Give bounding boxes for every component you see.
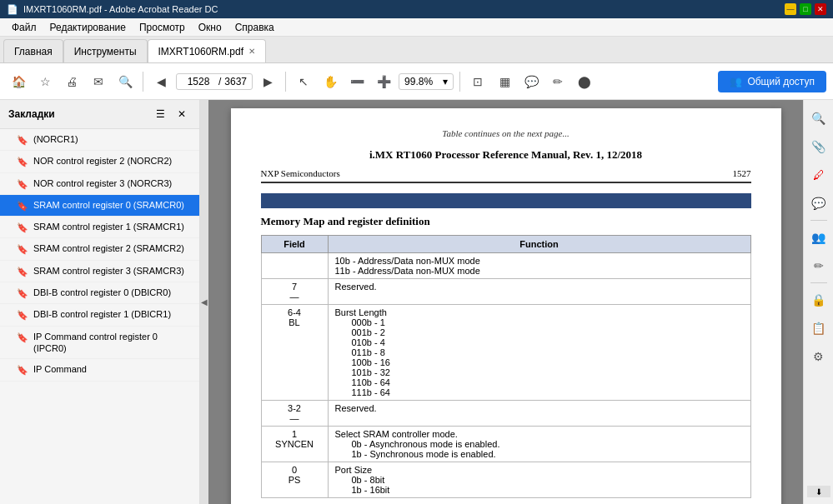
right-stamp-button[interactable]: 📋 <box>807 317 830 340</box>
bookmark-icon: 🔖 <box>17 287 28 299</box>
bookmark-item-dbicr1[interactable]: 🔖DBI-B control register 1 (DBICR1) <box>0 304 199 326</box>
sidebar-close-button[interactable]: ✕ <box>173 105 191 123</box>
right-share-button[interactable]: 👥 <box>807 226 830 249</box>
zoom-dropdown-icon[interactable]: ▾ <box>443 76 448 87</box>
share-button[interactable]: 👥 Общий доступ <box>718 71 826 92</box>
bookmark-item-norcr1[interactable]: 🔖(NORCR1) <box>0 129 199 151</box>
right-search-button[interactable]: 🔍 <box>807 107 830 130</box>
bookmark-item-sramcr0[interactable]: 🔖SRAM control register 0 (SRAMCR0) <box>0 195 199 217</box>
tab-close-icon[interactable]: ✕ <box>248 47 255 56</box>
tab-home[interactable]: Главная <box>3 39 63 62</box>
content-area[interactable]: Table continues on the next page... i.MX… <box>208 100 803 504</box>
right-settings-button[interactable]: ⚙ <box>807 345 830 368</box>
publisher: NXP Semiconductors <box>261 168 340 178</box>
table-row: 1SYNCEN Select SRAM controller mode. 0b … <box>261 427 750 462</box>
print-button[interactable]: 🖨 <box>60 70 83 93</box>
close-button[interactable]: ✕ <box>815 3 826 15</box>
bookmark-label: DBI-B control register 1 (DBICR1) <box>33 308 191 320</box>
bookmarks-list: 🔖(NORCR1)🔖NOR control register 2 (NORCR2… <box>0 129 199 504</box>
bookmark-label: SRAM control register 0 (SRAMCR0) <box>33 199 191 211</box>
bookmark-item-dbicr0[interactable]: 🔖DBI-B control register 0 (DBICR0) <box>0 282 199 304</box>
table-continues-note: Table continues on the next page... <box>261 128 751 138</box>
toolbar: 🏠 ☆ 🖨 ✉ 🔍 ◀ / 3637 ▶ ↖ ✋ ➖ ➕ ▾ ⊡ ▦ 💬 ✏ ⬤… <box>0 63 833 100</box>
tab-doc[interactable]: IMXRT1060RM.pdf ✕ <box>148 39 267 62</box>
table-header-function: Function <box>328 236 750 253</box>
right-expand-button[interactable]: ⬇ <box>807 486 830 497</box>
bookmark-item-ipcr0[interactable]: 🔖IP Command control register 0 (IPCR0) <box>0 327 199 360</box>
table-cell-function: 10b - Address/Data non-MUX mode 11b - Ad… <box>328 253 750 279</box>
page-nav: / 3637 <box>176 73 253 90</box>
share2-button[interactable]: ⬤ <box>573 70 596 93</box>
bookmark-label: NOR control register 3 (NORCR3) <box>33 177 191 189</box>
bookmark-item-sramcr1[interactable]: 🔖SRAM control register 1 (SRAMCR1) <box>0 217 199 238</box>
pdf-page: Table continues on the next page... i.MX… <box>231 108 781 504</box>
zoom-control: ▾ <box>399 73 454 90</box>
home-button[interactable]: 🏠 <box>7 70 30 93</box>
sidebar: Закладки ☰ ✕ 🔖(NORCR1)🔖NOR control regis… <box>0 100 200 504</box>
bookmark-icon: 🔖 <box>17 332 28 343</box>
right-pen-button[interactable]: ✏ <box>807 254 830 277</box>
menu-file[interactable]: Файл <box>5 20 43 35</box>
zoom-input[interactable] <box>404 76 441 87</box>
maximize-button[interactable]: □ <box>800 3 811 15</box>
minimize-button[interactable]: — <box>785 3 796 15</box>
tab-tools[interactable]: Инструменты <box>63 39 148 62</box>
toolbar-sep-3 <box>459 72 460 92</box>
bookmark-icon: 🔖 <box>17 200 28 212</box>
comment-button[interactable]: 💬 <box>519 70 543 93</box>
toolbar-sep-1 <box>143 72 143 92</box>
share-icon: 👥 <box>730 76 742 87</box>
menu-window[interactable]: Окно <box>192 20 228 35</box>
right-panel: 🔍 📎 🖊 💬 👥 ✏ 🔒 📋 ⚙ ⬇ <box>803 100 833 504</box>
collapse-handle[interactable]: ◀ <box>200 100 208 504</box>
bookmark-label: DBI-B control register 0 (DBICR0) <box>33 287 191 298</box>
bookmark-label: SRAM control register 3 (SRAMCR3) <box>33 265 191 277</box>
table-cell-field: 0PS <box>261 462 328 498</box>
next-page-button[interactable]: ▶ <box>256 70 279 93</box>
bookmark-icon: 🔖 <box>17 266 28 277</box>
bookmark-item-sramcr3[interactable]: 🔖SRAM control register 3 (SRAMCR3) <box>0 261 199 282</box>
table-cell-function: Reserved. <box>328 401 750 427</box>
window-title: IMXRT1060RM.pdf - Adobe Acrobat Reader D… <box>23 4 218 14</box>
app-icon: 📄 <box>7 4 18 15</box>
table-row: 7— Reserved. <box>261 279 750 305</box>
fit2-button[interactable]: ▦ <box>493 70 516 93</box>
cursor-button[interactable]: ↖ <box>292 70 315 93</box>
prev-page-button[interactable]: ◀ <box>149 70 173 93</box>
bookmark-item-ipcmd[interactable]: 🔖IP Command <box>0 359 199 381</box>
bookmark-icon: 🔖 <box>17 243 28 255</box>
bookmark-item-norcr3[interactable]: 🔖NOR control register 3 (NORCR3) <box>0 173 199 195</box>
bookmark-label: (NORCR1) <box>33 133 191 145</box>
menu-view[interactable]: Просмотр <box>133 20 192 35</box>
menu-edit[interactable]: Редактирование <box>43 20 133 35</box>
right-comment-button[interactable]: 💬 <box>807 192 830 215</box>
pen-button[interactable]: ✏ <box>546 70 570 93</box>
table-row: 10b - Address/Data non-MUX mode 11b - Ad… <box>261 253 750 279</box>
email-button[interactable]: ✉ <box>87 70 110 93</box>
right-attach-button[interactable]: 📎 <box>807 135 830 158</box>
sidebar-options-button[interactable]: ☰ <box>151 105 169 123</box>
hand-button[interactable]: ✋ <box>319 70 342 93</box>
table-cell-function: Port Size 0b - 8bit 1b - 16bit <box>328 462 750 498</box>
table-cell-field: 7— <box>261 279 328 305</box>
table-row: 6-4BL Burst Length 000b - 1 001b - 2 010… <box>261 305 750 401</box>
search-button[interactable]: 🔍 <box>113 70 137 93</box>
zoom-out-button[interactable]: ➖ <box>345 70 369 93</box>
page-input[interactable] <box>182 76 215 87</box>
table-cell-function: Burst Length 000b - 1 001b - 2 010b - 4 … <box>328 305 750 401</box>
menu-help[interactable]: Справка <box>228 20 281 35</box>
bookmark-item-norcr2[interactable]: 🔖NOR control register 2 (NORCR2) <box>0 151 199 172</box>
right-color-button[interactable]: 🖊 <box>807 163 830 187</box>
zoom-in-button[interactable]: ➕ <box>372 70 395 93</box>
fit-button[interactable]: ⊡ <box>466 70 489 93</box>
bookmark-icon: 🔖 <box>17 178 28 190</box>
sidebar-title: Закладки <box>8 108 55 120</box>
bookmark-button[interactable]: ☆ <box>33 70 57 93</box>
right-sep-1 <box>810 220 827 221</box>
collapse-icon: ◀ <box>201 297 208 307</box>
right-lock-button[interactable]: 🔒 <box>807 288 830 312</box>
bookmark-label: NOR control register 2 (NORCR2) <box>33 155 191 167</box>
page-sep: / <box>218 76 221 87</box>
share-label: Общий доступ <box>747 76 815 87</box>
bookmark-item-sramcr2[interactable]: 🔖SRAM control register 2 (SRAMCR2) <box>0 238 199 260</box>
